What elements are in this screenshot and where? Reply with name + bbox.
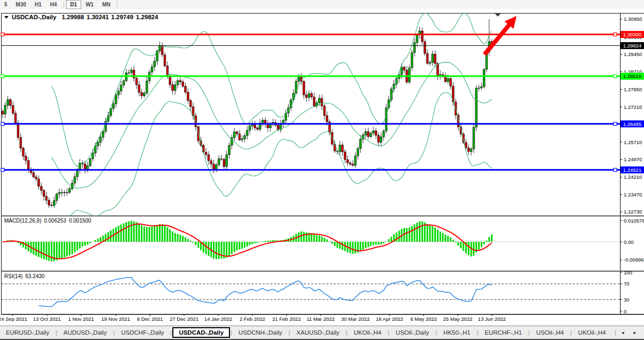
timeframe-button-d1[interactable]: D1 [66,0,82,9]
trend-arrow-annotation[interactable] [483,16,516,56]
horizontal-line-objects[interactable] [1,33,620,172]
macd-tick-label: -0.00896 [624,257,644,263]
timeframe-button-w1[interactable]: W1 [81,0,98,9]
price-tick-label: 1.27950 [624,86,642,92]
timeframe-button-h4[interactable]: H4 [46,0,61,9]
price-tick-label: 1.24970 [624,156,642,162]
tab-usdcad-daily[interactable]: USDCAD-,Daily [172,327,230,338]
tab-ukoil-h4[interactable]: UKOil-,H4 [348,328,387,337]
chart-window[interactable]: 1.309501.301901.294501.287101.279501.272… [0,9,644,326]
price-chart[interactable]: 1.309501.301901.294501.287101.279501.272… [0,9,644,326]
date-label: 1 Nov 2021 [68,316,94,322]
date-label: 11 Mar 2022 [307,316,335,322]
macd-signal-line [3,224,492,259]
macd-indicator-pane [2,221,621,262]
bollinger-lower-band [52,93,492,233]
tab-ukoil-h4[interactable]: UKOil-,H4 [573,328,612,337]
scroll-left-icon[interactable]: ◂ [617,330,629,335]
price-tick-label: 1.22730 [624,209,642,215]
date-label: 14 Jan 2022 [204,316,232,322]
tab-hk50-h1[interactable]: HK50-,H1 [438,328,476,337]
timeframe-toolbar: 5M30H1H4D1W1MN [0,0,644,10]
timeframe-button-m30[interactable]: M30 [12,0,30,9]
date-label: 24 Sep 2021 [0,316,27,322]
date-label: 30 Mar 2022 [341,316,369,322]
price-badge-label: 1.24521 [623,167,641,173]
price-badge-label: 1.29824 [623,43,641,49]
macd-label: MACD(12,26,9)0.0062530.001500 [4,218,91,224]
price-tick-label: 1.30950 [624,16,642,22]
rsi-tick-label: 70 [624,281,630,287]
tab-usoil-daily[interactable]: USOil-,Daily [390,328,435,337]
hline-handle[interactable] [1,168,4,171]
chart-shift-marker-icon[interactable] [495,13,501,17]
price-tick-label: 1.27210 [624,104,642,110]
tab-audusd-daily[interactable]: AUDUSD-,Daily [58,328,113,337]
scroll-right-icon[interactable]: ▸ [629,330,641,335]
tab-usoil-h4[interactable]: USOil-,H4 [530,328,570,337]
date-label: 27 Dec 2021 [170,316,198,322]
date-label: 13 Jun 2022 [478,316,506,322]
chart-tabs: EURUSD-,Daily|AUDUSD-,Daily|USDCHF-,Dail… [0,326,644,340]
rsi-tick-label: 0 [624,309,626,314]
macd-tick-label: 0.010578 [624,218,644,224]
date-label: 19 Nov 2021 [101,316,130,322]
price-badge-label: 1.30300 [623,31,641,37]
rsi-tick-label: 100 [624,270,632,275]
rsi-label: RSI(14)63.2430 [4,273,45,279]
macd-tick-label: 0.00 [624,239,634,245]
hline-handle[interactable] [614,122,617,125]
date-axis: 24 Sep 202113 Oct 20211 Nov 202119 Nov 2… [0,314,506,322]
price-axis: 1.309501.301901.294501.287101.279501.272… [620,16,644,314]
tab-scroll-controls: |◂▸ [614,329,644,336]
price-tick-label: 1.25710 [624,139,642,145]
date-label: 8 Dec 2021 [137,316,163,322]
hline-handle[interactable] [1,33,4,36]
chart-title: USDCAD-,Daily1.299881.302411.297491.2982… [12,14,158,20]
tab-eurchf-h1[interactable]: EURCHF-,H1 [479,328,528,337]
tab-eurusd-daily[interactable]: EURUSD-,Daily [0,328,55,337]
date-label: 6 May 2022 [410,316,437,322]
candle-wicks [3,19,492,208]
symbol-dropdown-icon[interactable] [4,16,9,19]
rsi-indicator-pane [2,278,621,307]
timeframe-button-5[interactable]: 5 [0,0,12,9]
terminal-window: 5M30H1H4D1W1MN 1.309501.301901.294501.28… [0,0,644,340]
hline-handle[interactable] [614,168,617,171]
price-badge-label: 1.26485 [623,121,641,127]
tab-usdcnh-daily[interactable]: USDCNH-,Daily [233,328,288,337]
date-label: 13 Oct 2021 [33,316,61,322]
tab-usdchf-daily[interactable]: USDCHF-,Daily [115,328,170,337]
bollinger-upper-band [52,13,492,166]
rsi-tick-label: 30 [624,297,630,303]
toolbar-divider [63,1,64,8]
tab-xauusd-daily[interactable]: XAUUSD-,Daily [291,328,346,337]
date-label: 25 May 2022 [443,316,473,322]
price-tick-label: 1.29450 [624,51,642,57]
date-label: 2 Feb 2022 [240,316,265,322]
price-tick-label: 1.23470 [624,192,642,197]
hline-handle[interactable] [1,75,4,78]
price-tick-label: 1.24210 [624,174,642,180]
toolbar-divider [117,1,117,8]
hline-handle[interactable] [1,122,4,125]
pane-borders [2,13,644,314]
timeframe-button-h1[interactable]: H1 [30,0,46,9]
price-badge-label: 1.28516 [623,73,641,79]
timeframe-button-mn[interactable]: MN [98,0,115,9]
hline-handle[interactable] [614,33,617,36]
hline-handle[interactable] [614,75,617,78]
date-label: 21 Feb 2022 [272,316,300,322]
candlesticks [2,19,492,208]
rsi-line [39,278,492,307]
date-label: 18 Apr 2022 [376,316,403,322]
